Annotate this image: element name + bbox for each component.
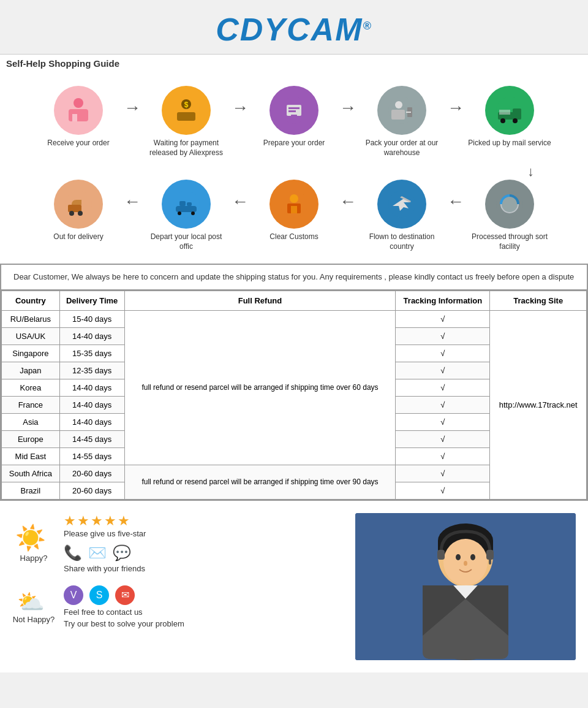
arrow-8: ← [445, 192, 467, 211]
step-depart-label: Depart your local post offic [143, 232, 229, 251]
step-pickup-label: Picked up by mail service [468, 139, 551, 148]
bottom-right [355, 513, 576, 660]
step-pickup: Picked up by mail service [467, 86, 552, 148]
step-receive: Receive your order [36, 86, 121, 148]
arrow-7: ← [337, 192, 359, 211]
guide-title: Self-Help Shopping Guide [6, 58, 582, 69]
table-header-row: Country Delivery Time Full Refund Tracki… [2, 291, 587, 310]
svg-rect-14 [391, 110, 405, 120]
th-refund: Full Refund [124, 291, 396, 310]
delivery-cell: 14-55 days [59, 447, 124, 465]
step-payment: $ Waiting for payment released by Aliexp… [143, 86, 229, 158]
refund-cell: full refund or resend parcel will be arr… [124, 465, 396, 499]
refund-cell: full refund or resend parcel will be arr… [124, 310, 396, 465]
flow-row-2: Out for delivery ← Depart your local pos… [12, 180, 576, 251]
share-icons: 📞 ✉️ 💬 [64, 544, 146, 561]
th-site: Tracking Site [490, 291, 587, 310]
arrow-3: → [337, 98, 359, 118]
reg-symbol: ® [363, 20, 372, 32]
step-payment-label: Waiting for payment released by Aliexpre… [143, 139, 229, 158]
bottom-left: ☀️ Happy? ★★★★★ Please give us five-star… [12, 513, 343, 660]
step-processed: Processed through sort facility [467, 180, 552, 251]
contact-label: Feel free to contact us [64, 607, 184, 617]
country-cell: USA/UK [2, 327, 60, 344]
chat-icon: 💬 [113, 544, 131, 561]
icon-payment: $ [162, 86, 211, 135]
svg-rect-10 [288, 110, 296, 112]
tracking-cell: √ [396, 362, 490, 379]
svg-rect-24 [68, 205, 81, 212]
svg-rect-19 [513, 108, 521, 120]
delivery-cell: 14-40 days [59, 413, 124, 430]
svg-rect-49 [437, 550, 445, 560]
happy-row: ☀️ Happy? ★★★★★ Please give us five-star… [12, 513, 343, 573]
step-pack-label: Pack your order at our warehouse [359, 139, 445, 158]
step-prepare: Prepare your order [251, 86, 337, 148]
phone-icon: 📞 [64, 544, 82, 561]
arrow-4: → [445, 98, 467, 118]
step-delivery: Out for delivery [36, 180, 121, 242]
country-cell: Brazil [2, 482, 60, 499]
step-processed-label: Processed through sort facility [467, 232, 552, 251]
delivery-cell: 14-40 days [59, 396, 124, 413]
country-cell: France [2, 396, 60, 413]
tracking-cell: √ [396, 327, 490, 344]
country-cell: Japan [2, 362, 60, 379]
svg-rect-30 [187, 202, 192, 206]
country-cell: Singapore [2, 344, 60, 362]
svg-point-32 [191, 211, 195, 215]
svg-rect-1 [69, 109, 88, 121]
tracking-cell: √ [396, 482, 490, 499]
notice-text: Dear Customer, We always be here to conc… [13, 272, 574, 281]
down-arrow: ↓ [12, 164, 576, 180]
delivery-cell: 14-40 days [59, 327, 124, 344]
step-customs-label: Clear Customs [270, 232, 318, 242]
shipping-table: Country Delivery Time Full Refund Tracki… [1, 291, 587, 500]
svg-point-21 [513, 118, 518, 123]
step-flown: Flown to destination country [359, 180, 445, 251]
th-delivery: Delivery Time [59, 291, 124, 310]
arrow-5: ← [121, 192, 143, 211]
step-pack: Pack your order at our warehouse [359, 86, 445, 158]
svg-point-31 [178, 211, 181, 215]
delivery-cell: 14-40 days [59, 379, 124, 396]
svg-point-46 [456, 554, 461, 560]
step-receive-label: Receive your order [47, 139, 109, 148]
tracking-cell: √ [396, 344, 490, 362]
tracking-cell: √ [396, 379, 490, 396]
svg-rect-28 [176, 206, 197, 212]
happy-label: Happy? [12, 554, 55, 563]
step-depart: Depart your local post offic [143, 180, 229, 251]
icon-pickup [485, 86, 534, 135]
email-icon: ✉️ [88, 544, 107, 561]
svg-rect-11 [291, 115, 297, 117]
not-happy-row: ⛅ Not Happy? V S ✉ Feel free to contact … [12, 585, 343, 628]
delivery-cell: 15-35 days [59, 344, 124, 362]
svg-point-34 [290, 194, 298, 203]
svg-point-25 [69, 211, 74, 216]
five-star-label: Please give us five-star [64, 529, 146, 538]
svg-point-48 [464, 561, 467, 566]
delivery-cell: 20-60 days [59, 482, 124, 499]
icon-delivery [54, 180, 103, 229]
tracking-cell: √ [396, 430, 490, 447]
svg-rect-2 [72, 114, 77, 121]
svg-point-20 [500, 118, 505, 123]
icon-customs [270, 180, 318, 229]
step-prepare-label: Prepare your order [263, 139, 325, 148]
country-cell: Europe [2, 430, 60, 447]
contact-icons: V S ✉ [64, 585, 184, 605]
step-customs: Clear Customs [251, 180, 337, 242]
try-best-label: Try our best to solve your problem [64, 619, 184, 628]
shipping-section: Dear Customer, We always be here to conc… [0, 264, 588, 501]
icon-receive [54, 86, 103, 135]
icon-prepare [270, 86, 318, 135]
flow-container: Receive your order → $ Waiting for payme… [0, 80, 588, 264]
svg-rect-29 [179, 201, 186, 206]
share-label: Share with your friends [64, 564, 146, 573]
notice-box: Dear Customer, We always be here to conc… [1, 264, 587, 290]
support-photo [355, 513, 576, 660]
stars: ★★★★★ [64, 513, 131, 528]
table-wrapper: Country Delivery Time Full Refund Tracki… [1, 290, 587, 500]
svg-point-47 [470, 554, 475, 560]
